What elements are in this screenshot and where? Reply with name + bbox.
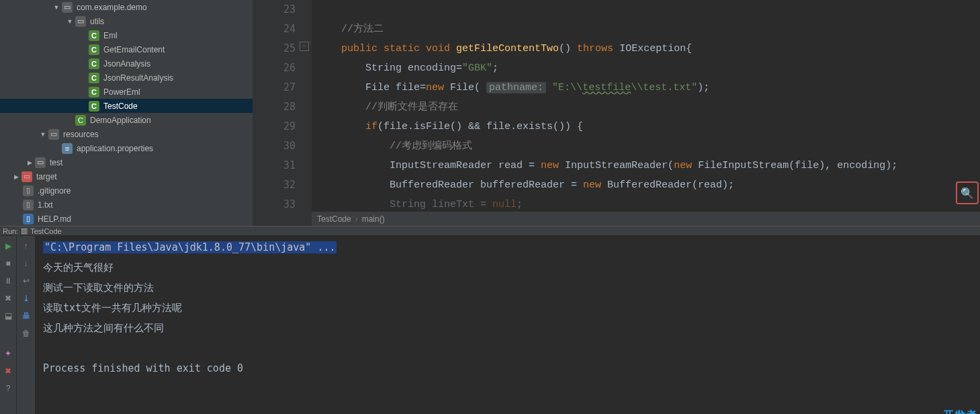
tree-node-class-getemail[interactable]: C GetEmailContent xyxy=(0,42,253,56)
code-line xyxy=(317,0,980,19)
chevron-right-icon: › xyxy=(355,214,358,224)
tree-node-class-jsonresult[interactable]: C JsonResultAnalysis xyxy=(0,71,253,85)
console-command: "C:\Program Files\Java\jdk1.8.0_77\bin\j… xyxy=(43,241,337,253)
class-icon: C xyxy=(89,101,99,112)
project-tree[interactable]: ▼ ▭ com.example.demo ▼ ▭ utils C Eml C G… xyxy=(0,0,253,226)
console-line: 测试一下读取文件的方法 xyxy=(43,282,154,294)
tree-label: resources xyxy=(63,130,99,139)
tree-label: utils xyxy=(90,17,104,26)
code-line: BufferedReader bufferedReader = new Buff… xyxy=(317,175,980,195)
parameter-hint: pathname: xyxy=(486,82,546,93)
code-line: public static void getFileContentTwo() t… xyxy=(317,39,980,58)
code-line: //考虑到编码格式 xyxy=(317,136,980,156)
tree-label: JsonResultAnalysis xyxy=(103,73,173,83)
properties-icon: ≡ xyxy=(62,143,73,154)
tree-label: TestCode xyxy=(103,101,138,111)
tree-node-class-demoapp[interactable]: C DemoApplication xyxy=(0,113,253,127)
tree-label: HELP.md xyxy=(38,214,71,224)
line-number: 27 xyxy=(253,78,296,97)
line-number: 31 xyxy=(253,156,296,175)
tree-node-test[interactable]: ▶ ▭ test xyxy=(0,155,253,169)
code-line: File file=new File( pathname: "E:\\testf… xyxy=(317,78,980,97)
tree-label: application.properties xyxy=(77,144,153,153)
tree-label: JsonAnalysis xyxy=(103,59,150,69)
package-icon: ▭ xyxy=(62,2,73,13)
tree-label: com.example.demo xyxy=(77,3,147,12)
class-icon: C xyxy=(89,73,99,83)
line-number: 28 xyxy=(253,97,296,117)
line-number: 33 xyxy=(253,195,296,208)
console-line: 读取txt文件一共有几种方法呢 xyxy=(43,302,182,314)
tree-node-appprops[interactable]: ≡ application.properties xyxy=(0,141,253,155)
code-line: //判断文件是否存在 xyxy=(317,97,980,117)
package-icon: ▭ xyxy=(75,16,86,27)
file-icon: ▯ xyxy=(23,200,34,210)
line-number: 23 xyxy=(253,0,296,19)
console-exit-line: Process finished with exit code 0 xyxy=(43,362,243,374)
tree-label: Eml xyxy=(103,31,118,40)
tree-node-1txt[interactable]: ▯ 1.txt xyxy=(0,198,253,212)
tree-node-class-powereml[interactable]: C PowerEml xyxy=(0,85,253,99)
chevron-right-icon: ▶ xyxy=(26,159,34,167)
class-icon: C xyxy=(89,58,99,69)
console-output[interactable]: "C:\Program Files\Java\jdk1.8.0_77\bin\j… xyxy=(35,236,980,414)
line-number: 30 xyxy=(253,136,296,156)
tree-node-class-eml[interactable]: C Eml xyxy=(0,28,253,42)
line-number-gutter[interactable]: 23 24 25 26 27 28 29 30 31 32 33 ─ xyxy=(253,0,312,226)
dump-threads-button[interactable]: ✦ xyxy=(2,347,14,360)
soft-wrap-button[interactable]: ↩ xyxy=(20,275,32,287)
clear-all-button[interactable]: 🗑 xyxy=(20,327,32,339)
tree-label: DemoApplication xyxy=(90,116,151,125)
breadcrumb-item[interactable]: main() xyxy=(362,214,385,224)
method-separator-icon[interactable]: ─ xyxy=(300,42,309,51)
tree-label: PowerEml xyxy=(103,87,140,97)
tree-node-gitignore[interactable]: ▯ .gitignore xyxy=(0,183,253,198)
breadcrumbs[interactable]: TestCode › main() xyxy=(312,211,980,226)
tree-label: 1.txt xyxy=(38,200,53,210)
help-button[interactable]: ? xyxy=(2,382,14,395)
rerun-button[interactable]: ▶ xyxy=(2,240,14,252)
tree-node-package-com[interactable]: ▼ ▭ com.example.demo xyxy=(0,0,253,14)
chevron-down-icon: ▼ xyxy=(52,3,60,11)
scroll-to-end-button[interactable]: ⤓ xyxy=(20,292,32,304)
tree-node-resources[interactable]: ▼ ▭ resources xyxy=(0,127,253,141)
run-config-name[interactable]: TestCode xyxy=(30,227,61,235)
code-line: if(file.isFile() && file.exists()) { xyxy=(317,117,980,136)
console-line: 今天的天气很好 xyxy=(43,261,114,274)
run-tool-window-header[interactable]: Run: ▥ TestCode xyxy=(0,226,980,236)
code-line: InputStreamReader read = new InputStream… xyxy=(317,156,980,175)
layout-button[interactable]: ⬓ xyxy=(2,310,14,322)
down-stack-button[interactable]: ↓ xyxy=(20,257,32,270)
resources-icon: ▭ xyxy=(48,129,59,140)
tree-node-package-utils[interactable]: ▼ ▭ utils xyxy=(0,14,253,28)
tree-node-target[interactable]: ▶ ▭ target xyxy=(0,169,253,183)
exit-button[interactable]: ✖ xyxy=(2,292,14,304)
run-config-icon: ▥ xyxy=(21,226,28,235)
console-line: 这几种方法之间有什么不同 xyxy=(43,322,164,334)
code-editor[interactable]: 23 24 25 26 27 28 29 30 31 32 33 ─ //方法二… xyxy=(253,0,980,226)
close-button[interactable]: ✖ xyxy=(2,365,14,377)
class-run-icon: C xyxy=(75,115,86,126)
line-number: 26 xyxy=(253,58,296,78)
line-number: 24 xyxy=(253,19,296,39)
tree-node-helpmd[interactable]: ▯ HELP.md xyxy=(0,212,253,226)
print-button[interactable]: 🖶 xyxy=(20,310,32,322)
code-content[interactable]: //方法二 public static void getFileContentT… xyxy=(312,0,980,226)
tree-label: .gitignore xyxy=(38,186,71,196)
up-stack-button[interactable]: ↑ xyxy=(20,240,32,252)
tree-node-class-testcode[interactable]: C TestCode xyxy=(0,99,253,113)
search-highlight-icon[interactable]: 🔍 xyxy=(956,181,979,204)
code-line: String encoding="GBK"; xyxy=(317,58,980,78)
run-toolbar-console: ↑ ↓ ↩ ⤓ 🖶 🗑 xyxy=(16,236,35,414)
tree-node-class-jsonanalysis[interactable]: C JsonAnalysis xyxy=(0,56,253,71)
line-number: 25 xyxy=(253,39,296,58)
stop-button[interactable]: ■ xyxy=(2,257,14,270)
code-line: //方法二 xyxy=(317,19,980,39)
chevron-down-icon: ▼ xyxy=(39,130,47,138)
pause-button[interactable]: ⏸ xyxy=(2,275,14,287)
folder-icon: ▭ xyxy=(35,157,46,168)
tree-label: target xyxy=(36,172,57,181)
breadcrumb-item[interactable]: TestCode xyxy=(317,214,351,224)
run-label: Run: xyxy=(3,227,18,235)
class-icon: C xyxy=(89,44,99,55)
